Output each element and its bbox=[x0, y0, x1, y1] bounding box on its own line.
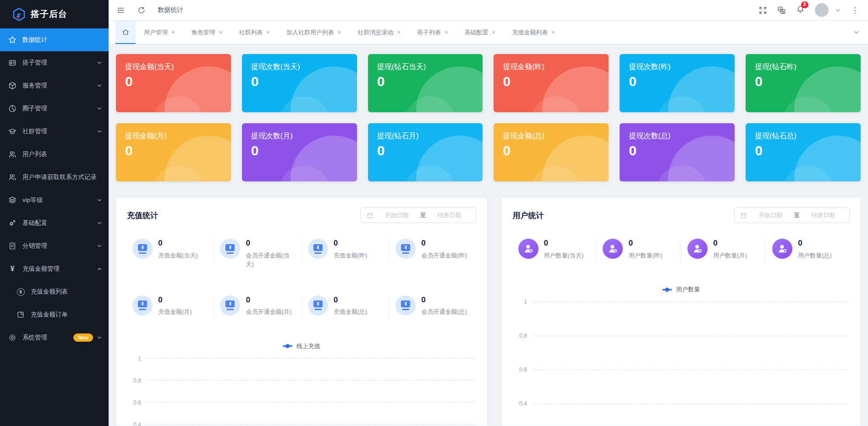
sidebar-item[interactable]: 基础配置 bbox=[0, 212, 109, 235]
end-date-placeholder[interactable]: 结束日期 bbox=[429, 211, 470, 219]
tab-item[interactable]: 基础配置× bbox=[456, 28, 504, 37]
kebab-menu-icon[interactable]: ⋮ bbox=[851, 6, 859, 14]
date-separator: 至 bbox=[420, 211, 426, 219]
stat-value: 0 bbox=[246, 295, 291, 305]
panels-row: 充值统计 开始日期 至 结束日期 ¥0充值金额(当天)¥0会员开通金额(当天)¥… bbox=[116, 198, 861, 426]
stat-item: 0用户数量(当天) bbox=[512, 238, 597, 261]
tab-label: 社群列表 bbox=[239, 28, 263, 37]
yen-circle-icon: ¥ bbox=[16, 288, 25, 296]
sidebar-item-label: 系统管理 bbox=[22, 333, 73, 342]
stat-label: 会员开通金额(昨) bbox=[421, 251, 467, 260]
sidebar-item-label: 圈子管理 bbox=[22, 104, 97, 113]
stat-text: 0充值金额(昨) bbox=[334, 239, 368, 260]
tab-close-icon[interactable]: × bbox=[445, 29, 448, 36]
tab-list-chevron-icon[interactable] bbox=[853, 29, 860, 36]
stat-card-label: 提现次数(总) bbox=[629, 131, 725, 141]
tab-close-icon[interactable]: × bbox=[492, 29, 496, 36]
start-date-placeholder[interactable]: 开始日期 bbox=[376, 211, 418, 219]
sidebar-item[interactable]: ¥充值金额列表 bbox=[0, 280, 109, 303]
sidebar-item[interactable]: 社群管理 bbox=[0, 120, 109, 143]
recharge-stats: ¥0充值金额(当天)¥0会员开通金额(当天)¥0充值金额(昨)¥0会员开通金额(… bbox=[124, 238, 479, 317]
chart-legend[interactable]: 线上充值 bbox=[124, 342, 479, 350]
recharge-date-range[interactable]: 开始日期 至 结束日期 bbox=[361, 208, 476, 223]
chevron-down-icon bbox=[97, 243, 102, 249]
panel-title: 充值统计 bbox=[127, 210, 158, 221]
tab-item[interactable]: 充值金额列表× bbox=[504, 28, 563, 37]
stat-value: 0 bbox=[628, 239, 662, 248]
stat-item: 0用户数量(月) bbox=[681, 238, 766, 261]
sidebar-item[interactable]: vip等级 bbox=[0, 189, 109, 212]
app-title: 搭子后台 bbox=[31, 8, 67, 20]
stat-card-label: 提现(钻石月) bbox=[377, 131, 474, 141]
avatar[interactable] bbox=[815, 3, 829, 17]
tab-close-icon[interactable]: × bbox=[338, 29, 341, 36]
collapse-sidebar-icon[interactable] bbox=[116, 6, 125, 15]
sidebar-item[interactable]: 数据统计 bbox=[0, 28, 109, 51]
tab-item[interactable]: 搭子列表× bbox=[409, 28, 456, 37]
sidebar-item[interactable]: 系统管理New bbox=[0, 326, 109, 349]
tab-item[interactable]: 社群列表× bbox=[231, 28, 278, 37]
gridline bbox=[532, 370, 848, 370]
tab-close-icon[interactable]: × bbox=[219, 29, 223, 36]
sidebar-item[interactable]: ¥充值金额管理 bbox=[0, 257, 109, 280]
chevron-down-icon[interactable] bbox=[835, 7, 841, 13]
chevron-down-icon bbox=[97, 106, 102, 111]
stat-card-value: 0 bbox=[755, 74, 852, 89]
stat-label: 用户数量(总) bbox=[798, 251, 832, 260]
legend-line-marker bbox=[283, 345, 292, 347]
tab-home[interactable] bbox=[115, 21, 136, 44]
user-icon bbox=[518, 239, 538, 259]
money-icon: ¥ bbox=[308, 295, 328, 316]
topbar: 数据统计 0 ⋮ bbox=[109, 0, 868, 21]
refresh-icon[interactable] bbox=[137, 6, 146, 15]
logo[interactable]: e 搭子后台 bbox=[0, 0, 109, 28]
sidebar-item[interactable]: 用户申请获取联系方式记录 bbox=[0, 166, 109, 189]
tab-close-icon[interactable]: × bbox=[551, 29, 555, 36]
stat-text: 0充值金额(总) bbox=[334, 295, 368, 317]
sidebar-item[interactable]: 服务管理 bbox=[0, 74, 109, 97]
y-tick-label: 0.6 bbox=[124, 399, 146, 406]
gridline bbox=[532, 336, 848, 336]
stat-card-label: 提现金额(总) bbox=[503, 131, 599, 141]
stat-card: 提现(钻石总)0 bbox=[746, 123, 861, 181]
chart-legend[interactable]: 用户数量 bbox=[510, 285, 852, 294]
user-date-range[interactable]: 开始日期 至 结束日期 bbox=[734, 208, 850, 223]
stat-card-label: 提现(钻石当天) bbox=[377, 62, 474, 72]
tab-label: 搭子列表 bbox=[417, 28, 441, 37]
sidebar-item[interactable]: 圈子管理 bbox=[0, 97, 109, 120]
tab-item[interactable]: 社群消息滚动× bbox=[349, 28, 409, 37]
user-icon bbox=[772, 239, 792, 259]
stat-value: 0 bbox=[421, 239, 467, 248]
stat-value: 0 bbox=[334, 239, 368, 248]
gridline bbox=[146, 424, 474, 425]
y-gridline: 0.4 bbox=[124, 421, 479, 426]
sidebar-item[interactable]: 用户列表 bbox=[0, 143, 109, 166]
stat-card: 提现金额(当天)0 bbox=[116, 54, 231, 112]
sidebar-item[interactable]: 充值金额订单 bbox=[0, 303, 109, 326]
sidebar-item[interactable]: 搭子管理 bbox=[0, 51, 109, 74]
tab-item[interactable]: 角色管理× bbox=[183, 28, 231, 37]
tab-close-icon[interactable]: × bbox=[266, 29, 270, 36]
stat-value: 0 bbox=[334, 295, 368, 305]
chevron-down-icon bbox=[97, 197, 102, 203]
sidebar-item-label: 充值金额订单 bbox=[31, 311, 102, 319]
notifications[interactable]: 0 bbox=[796, 5, 805, 16]
money-icon: ¥ bbox=[132, 239, 153, 259]
fullscreen-icon[interactable] bbox=[758, 6, 767, 15]
tab-item[interactable]: 加入社群用户列表× bbox=[278, 28, 350, 37]
stat-card-value: 0 bbox=[503, 74, 599, 89]
tab-close-icon[interactable]: × bbox=[171, 29, 175, 36]
start-date-placeholder[interactable]: 开始日期 bbox=[750, 211, 791, 219]
stat-card-label: 提现次数(月) bbox=[251, 131, 348, 141]
y-gridline: 0.4 bbox=[510, 400, 852, 407]
sidebar-item[interactable]: 分销管理 bbox=[0, 235, 109, 257]
end-date-placeholder[interactable]: 结束日期 bbox=[802, 211, 844, 219]
stat-card-label: 提现金额(昨) bbox=[503, 62, 599, 72]
stat-card: 提现金额(昨)0 bbox=[494, 54, 609, 112]
sidebar-item-label: 分销管理 bbox=[22, 242, 97, 250]
stat-card: 提现金额(总)0 bbox=[494, 123, 609, 181]
translate-icon[interactable] bbox=[777, 6, 786, 15]
tab-item[interactable]: 用户管理× bbox=[136, 28, 183, 37]
tab-close-icon[interactable]: × bbox=[397, 29, 401, 36]
date-separator: 至 bbox=[794, 211, 800, 219]
